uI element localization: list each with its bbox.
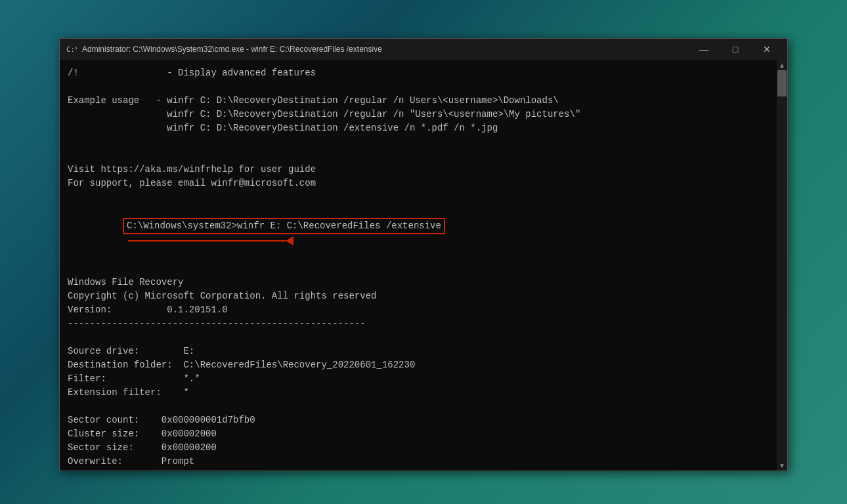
copyright: Copyright (c) Microsoft Corporation. All… [68,289,769,303]
ext-filter: Extension filter: * [68,386,769,400]
example-3: winfr C: D:\RecoveryDestination /extensi… [68,121,769,135]
title-bar: C:\ Administrator: C:\Windows\System32\c… [60,39,787,60]
help-url: Visit https://aka.ms/winfrhelp for user … [68,163,769,177]
blank-2 [68,135,769,149]
overwrite: Overwrite: Prompt [68,455,769,469]
terminal-body: /! - Display advanced features Example u… [60,60,787,471]
help-line: /! - Display advanced features [68,66,769,80]
wfr-title: Windows File Recovery [68,276,769,289]
scrollbar-thumb[interactable] [777,70,787,96]
blank-4 [68,190,769,204]
cmd-window: C:\ Administrator: C:\Windows\System32\c… [59,38,788,471]
blank-7 [68,400,769,413]
cluster-size: Cluster size: 0x00002000 [68,427,769,441]
window-title: Administrator: C:\Windows\System32\cmd.e… [82,45,689,54]
blank-3 [68,149,769,163]
arrow-shaft [128,240,286,242]
blank-1 [68,80,769,94]
source-drive: Source drive: E: [68,345,769,358]
sector-count: Sector count: 0x000000001d7bfb0 [68,413,769,427]
filter: Filter: *.* [68,372,769,386]
example-2: winfr C: D:\RecoveryDestination /regular… [68,108,769,121]
mode: Mode: Extensive [68,469,769,471]
blank-5 [68,262,769,276]
svg-text:C:\: C:\ [66,45,77,54]
maximize-button[interactable]: □ [720,39,750,60]
version: Version: 0.1.20151.0 [68,303,769,317]
window-controls: — □ ✕ [689,39,782,60]
cmd-icon: C:\ [65,43,77,55]
scroll-up-arrow[interactable]: ▲ [777,60,787,70]
command-box: C:\Windows\system32>winfr E: C:\Recovere… [123,218,445,234]
desktop: C:\ Administrator: C:\Windows\System32\c… [0,0,847,504]
example-header: Example usage - winfr C: D:\RecoveryDest… [68,94,769,108]
minimize-button[interactable]: — [689,39,719,60]
terminal-content[interactable]: /! - Display advanced features Example u… [60,60,777,471]
arrow-head [286,236,293,245]
destination-folder: Destination folder: C:\RecoveredFiles\Re… [68,358,769,372]
separator: ----------------------------------------… [68,317,769,331]
blank-6 [68,331,769,345]
support-email: For support, please email winfr@microsof… [68,177,769,190]
scrollbar[interactable]: ▲ ▼ [777,60,787,471]
close-button[interactable]: ✕ [752,39,782,60]
command-prompt-line: C:\Windows\system32>winfr E: C:\Recovere… [68,204,769,262]
scrollbar-track[interactable] [777,70,787,460]
sector-size: Sector size: 0x00000200 [68,441,769,455]
scroll-down-arrow[interactable]: ▼ [777,460,787,471]
